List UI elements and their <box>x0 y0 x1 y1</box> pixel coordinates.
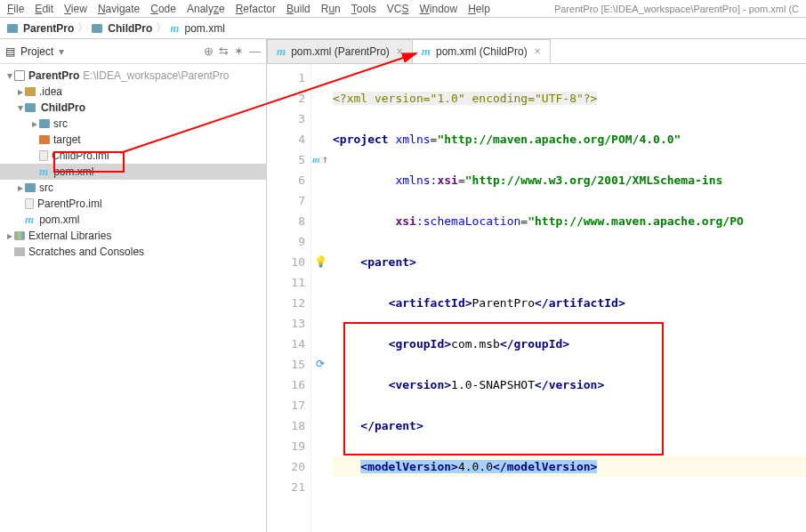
tree-src2[interactable]: ▸src <box>0 180 266 196</box>
project-tree[interactable]: ▾ParentProE:\IDEA_workspace\ParentPro ▸.… <box>0 64 266 532</box>
menu-navigate[interactable]: Navigate <box>98 3 140 15</box>
select-opened-file-icon[interactable]: ⊕ <box>204 44 214 58</box>
file-icon <box>25 198 34 209</box>
tree-iml2[interactable]: ParentPro.iml <box>0 196 266 212</box>
project-sidebar: ▤ Project ▾ ⊕ ⇆ ✶ — ▾ParentProE:\IDEA_wo… <box>0 39 267 532</box>
folder-icon <box>25 87 36 96</box>
menu-bar: File Edit View Navigate Code Analyze Ref… <box>0 0 806 18</box>
bulb-icon[interactable]: 💡 <box>311 252 329 272</box>
tree-pom1[interactable]: mpom.xml <box>0 164 266 180</box>
folder-icon <box>39 119 50 128</box>
tab-child-pom[interactable]: mpom.xml (ChildPro)× <box>412 39 551 63</box>
menu-view[interactable]: View <box>64 3 87 15</box>
menu-edit[interactable]: Edit <box>35 3 53 15</box>
menu-build[interactable]: Build <box>286 3 310 15</box>
settings-icon[interactable]: ✶ <box>234 44 244 58</box>
menu-file[interactable]: File <box>7 3 24 15</box>
menu-tools[interactable]: Tools <box>351 3 376 15</box>
close-icon[interactable]: × <box>535 45 541 58</box>
sidebar-header: ▤ Project ▾ ⊕ ⇆ ✶ — <box>0 39 266 64</box>
menu-refactor[interactable]: Refactor <box>236 3 276 15</box>
project-icon <box>14 70 25 81</box>
sidebar-title[interactable]: Project <box>20 45 53 58</box>
gutter: 123456789101112131415161718192021 <box>267 64 311 532</box>
tree-scratches[interactable]: Scratches and Consoles <box>0 244 266 260</box>
refresh-gutter-icon[interactable]: ⟳ <box>311 354 329 375</box>
folder-icon <box>7 24 18 33</box>
breadcrumb: ParentPro 〉 ChildPro 〉 m pom.xml <box>0 18 806 39</box>
code-text[interactable]: <?xml version="1.0" encoding="UTF-8"?> <… <box>329 64 806 532</box>
maven-icon: m <box>39 165 48 179</box>
close-icon[interactable]: × <box>397 45 403 58</box>
tree-iml1[interactable]: ChildPro.iml <box>0 148 266 164</box>
tree-childpro[interactable]: ▾ChildPro <box>0 100 266 116</box>
tree-pom2[interactable]: mpom.xml <box>0 212 266 228</box>
chevron-right-icon: 〉 <box>156 20 166 36</box>
menu-run[interactable]: Run <box>321 3 341 15</box>
file-icon <box>39 150 48 161</box>
maven-icon: m <box>170 21 179 36</box>
menu-help[interactable]: Help <box>468 3 490 15</box>
tree-external-libs[interactable]: ▸External Libraries <box>0 228 266 244</box>
menu-vcs[interactable]: VCS <box>387 3 409 15</box>
menu-code[interactable]: Code <box>150 3 176 15</box>
project-dropdown-icon[interactable]: ▤ <box>5 45 15 58</box>
folder-icon <box>25 183 36 192</box>
tree-idea[interactable]: ▸.idea <box>0 84 266 100</box>
module-icon <box>25 103 36 112</box>
tree-target[interactable]: target <box>0 132 266 148</box>
menu-analyze[interactable]: Analyze <box>187 3 225 15</box>
libraries-icon <box>14 231 25 240</box>
folder-icon <box>92 24 102 33</box>
maven-icon: m <box>422 44 431 59</box>
collapse-all-icon[interactable]: ⇆ <box>219 44 229 58</box>
up-arrow-gutter-icon[interactable]: m↑ <box>311 149 329 170</box>
scratches-icon <box>14 247 25 256</box>
maven-icon: m <box>25 213 34 227</box>
hide-icon[interactable]: — <box>249 44 261 58</box>
code-editor[interactable]: 123456789101112131415161718192021 m↑ 💡 ⟳… <box>267 64 806 532</box>
tab-parent-pom[interactable]: mpom.xml (ParentPro)× <box>267 39 413 63</box>
folder-icon <box>39 135 50 144</box>
breadcrumb-root[interactable]: ParentPro <box>23 22 74 35</box>
chevron-right-icon: 〉 <box>77 20 88 36</box>
maven-icon: m <box>277 44 286 59</box>
breadcrumb-child[interactable]: ChildPro <box>108 22 152 35</box>
dropdown-icon[interactable]: ▾ <box>59 45 64 58</box>
tree-src1[interactable]: ▸src <box>0 116 266 132</box>
tree-root[interactable]: ▾ParentProE:\IDEA_workspace\ParentPro <box>0 68 266 84</box>
gutter-icons: m↑ 💡 ⟳ <box>311 64 329 532</box>
editor-tabs: mpom.xml (ParentPro)× mpom.xml (ChildPro… <box>267 39 806 64</box>
breadcrumb-file[interactable]: pom.xml <box>184 22 224 35</box>
menu-window[interactable]: Window <box>419 3 457 15</box>
window-title: ParentPro [E:\IDEA_workspace\ParentPro] … <box>554 4 799 14</box>
editor-pane: mpom.xml (ParentPro)× mpom.xml (ChildPro… <box>267 39 806 532</box>
